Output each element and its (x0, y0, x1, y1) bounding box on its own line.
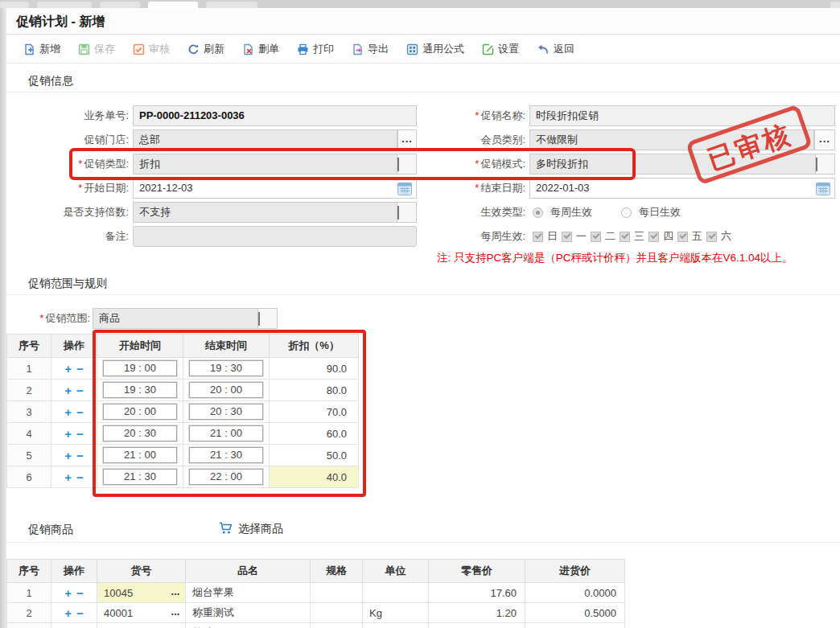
scope-select[interactable]: 商品 (93, 308, 278, 329)
discount-cell[interactable]: 70.0 (270, 401, 359, 423)
weekly-days-checkboxes: 日 一 二 三 四 五 六 (533, 226, 731, 247)
member-type-picker-button[interactable]: ... (814, 129, 835, 150)
start-time-input[interactable]: 19 : 00 (103, 360, 177, 376)
end-time-input[interactable]: 21 : 00 (189, 425, 263, 441)
back-arrow-icon (537, 43, 550, 55)
remove-row-icon[interactable]: − (74, 427, 86, 441)
remove-row-icon[interactable]: − (74, 606, 86, 620)
goods-purchase-cell: 0.0000 (525, 583, 625, 603)
checkbox-mon[interactable] (562, 232, 572, 242)
add-row-icon[interactable]: + (62, 362, 74, 376)
radio-daily[interactable] (621, 207, 632, 218)
settings-button[interactable]: 设置 (473, 39, 528, 60)
formula-button[interactable]: 通用公式 (397, 39, 473, 60)
promo-type-select[interactable]: 折扣 (133, 154, 417, 174)
end-time-input[interactable]: 21 : 30 (189, 447, 263, 463)
print-button[interactable]: 打印 (288, 39, 343, 60)
row-seq: 3 (7, 623, 51, 628)
goods-name-cell: 茶叶 (186, 623, 311, 628)
end-time-input[interactable]: 22 : 00 (189, 469, 263, 485)
select-goods-link[interactable]: 选择商品 (219, 521, 283, 537)
goods-picker-button[interactable]: ... (168, 585, 183, 597)
row-ops: +− (51, 466, 97, 488)
goods-code-cell[interactable]: 10045... (97, 583, 186, 603)
checkbox-wed[interactable] (620, 232, 630, 242)
chevron-down-icon[interactable] (257, 309, 277, 328)
calendar-icon[interactable] (816, 182, 830, 199)
store-field[interactable]: 总部 (133, 129, 397, 150)
discount-cell-selected[interactable]: 40.0 (270, 466, 359, 488)
end-time-input[interactable]: 20 : 00 (189, 382, 263, 398)
toolbar-button-label: 返回 (554, 42, 574, 56)
goods-code-cell[interactable]: 50002... (97, 623, 186, 628)
order-no-field: PP-0000-211203-0036 (133, 105, 417, 126)
multiple-select[interactable]: 不支持 (133, 202, 417, 223)
discount-cell[interactable]: 60.0 (270, 423, 359, 445)
export-button[interactable]: 导出 (343, 39, 397, 60)
checkbox-thu[interactable] (649, 232, 659, 242)
row-seq: 4 (7, 423, 51, 445)
audit-button[interactable]: 审核 (124, 39, 179, 60)
remove-row-icon[interactable]: − (74, 405, 86, 419)
settings-edit-icon (482, 43, 494, 55)
remove-row-icon[interactable]: − (74, 449, 86, 462)
save-button[interactable]: 保存 (69, 39, 124, 60)
back-button[interactable]: 返回 (528, 39, 583, 60)
goods-header-seq: 序号 (7, 560, 51, 583)
checkbox-sun[interactable] (533, 232, 543, 242)
new-button[interactable]: 新增 (14, 39, 69, 60)
rules-row: 1 +− 19 : 00 19 : 30 90.0 (7, 358, 359, 380)
goods-row: 1 +− 10045... 烟台苹果 17.60 0.0000 (7, 583, 625, 603)
discount-cell[interactable]: 80.0 (270, 380, 359, 401)
goods-picker-button[interactable]: ... (168, 605, 183, 618)
add-row-icon[interactable]: + (62, 606, 74, 620)
delete-order-button[interactable]: 删单 (233, 39, 288, 60)
member-type-field[interactable]: 不做限制 (529, 129, 814, 150)
promo-name-field[interactable]: 时段折扣促销 (529, 105, 835, 126)
remove-row-icon[interactable]: − (74, 362, 86, 376)
checkbox-sat[interactable] (706, 232, 717, 242)
add-row-icon[interactable]: + (62, 427, 74, 441)
goods-purchase-cell: 0.5000 (525, 603, 625, 623)
start-date-field[interactable]: 2021-12-03 (133, 178, 417, 199)
remove-row-icon[interactable]: − (74, 586, 86, 600)
add-row-icon[interactable]: + (62, 470, 74, 484)
client-version-note: 注: 只支持PC客户端是（PC秤或计价秤）并且客户端版本在V6.1.04以上。 (437, 251, 839, 265)
goods-header-name: 品名 (186, 560, 311, 583)
remove-row-icon[interactable]: − (74, 470, 86, 484)
rules-header-discount: 折扣（%） (270, 335, 359, 358)
start-time-input[interactable]: 20 : 00 (103, 404, 177, 420)
add-row-icon[interactable]: + (62, 384, 74, 397)
divider (6, 294, 840, 295)
remark-field[interactable] (133, 226, 417, 247)
start-time-input[interactable]: 21 : 00 (103, 447, 177, 463)
save-floppy-icon (78, 43, 90, 55)
radio-weekly[interactable] (533, 207, 543, 218)
remove-row-icon[interactable]: − (74, 384, 86, 397)
chevron-down-icon[interactable] (815, 154, 834, 174)
checkbox-fri[interactable] (677, 232, 688, 242)
start-time-input[interactable]: 19 : 30 (103, 382, 177, 398)
end-date-field[interactable]: 2022-01-03 (529, 178, 835, 199)
cart-icon (219, 522, 233, 537)
row-ops: +− (51, 401, 97, 423)
end-time-input[interactable]: 20 : 30 (189, 404, 263, 420)
rules-table: 序号 操作 开始时间 结束时间 折扣（%） 1 +− 19 : 00 19 : … (6, 334, 359, 488)
add-row-icon[interactable]: + (62, 449, 74, 462)
add-row-icon[interactable]: + (62, 405, 74, 419)
discount-cell[interactable]: 50.0 (270, 445, 359, 466)
row-seq: 1 (7, 358, 51, 380)
promo-mode-select[interactable]: 多时段折扣 (529, 154, 835, 174)
end-time-input[interactable]: 19 : 30 (189, 360, 263, 376)
day-label: 一 (576, 226, 587, 247)
start-time-input[interactable]: 21 : 30 (103, 469, 177, 485)
row-seq: 2 (7, 603, 51, 623)
discount-cell[interactable]: 90.0 (270, 358, 359, 380)
row-ops: +− (51, 380, 97, 401)
refresh-button[interactable]: 刷新 (179, 39, 233, 60)
checkbox-tue[interactable] (591, 232, 601, 242)
day-label: 四 (663, 226, 673, 247)
add-row-icon[interactable]: + (62, 586, 74, 600)
goods-code-cell[interactable]: 40001... (97, 603, 186, 623)
start-time-input[interactable]: 20 : 30 (103, 425, 177, 441)
